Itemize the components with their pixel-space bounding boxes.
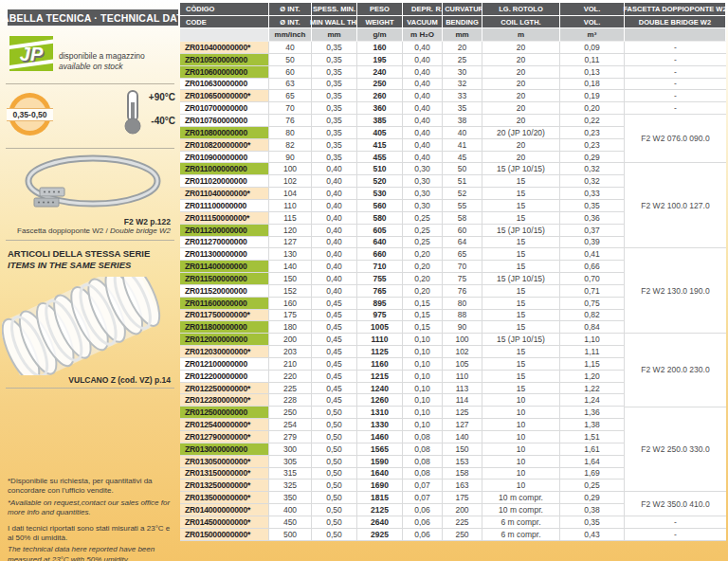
table-row: ZR010760000000760,353850,4038200,22 <box>180 115 625 127</box>
col-header-double-bridge <box>625 28 726 42</box>
clamp-image <box>11 150 169 216</box>
table-row: ZR014000000000*4000,5021250,0620010 m co… <box>180 504 625 516</box>
coil-length-value: 20 <box>482 102 560 114</box>
weight-value: 250 <box>357 79 403 90</box>
bending-value: 45 <box>443 152 482 163</box>
weight-value: 640 <box>357 237 403 248</box>
product-code: ZR015000000000* <box>180 529 269 540</box>
vacuum-value: 0,30 <box>403 175 443 187</box>
sidebar: TABELLA TECNICA · TECHNICAL DATA JP disp… <box>0 0 180 561</box>
diameter-value: 500 <box>269 529 312 540</box>
diameter-value: 160 <box>269 298 312 309</box>
wall-thickness-value: 0,35 <box>312 79 357 90</box>
col-header-weight: WEIGHT <box>357 16 403 28</box>
table-row: ZR010630000000630,352500,4032200,18 <box>180 79 625 91</box>
bending-value: 64 <box>443 237 482 248</box>
volume-value: 0,38 <box>560 504 625 516</box>
weight-value: 1690 <box>357 480 403 491</box>
diameter-value: 152 <box>269 285 312 297</box>
bending-value: 250 <box>443 529 482 540</box>
coil-length-value: 15 <box>482 188 560 199</box>
volume-value: 1,15 <box>560 358 625 370</box>
coil-length-value: 20 <box>482 79 560 90</box>
diameter-value: 305 <box>269 456 312 467</box>
bending-value: 40 <box>443 127 482 138</box>
wall-thickness-value: 0,40 <box>312 248 357 260</box>
diameter-value: 63 <box>269 79 312 90</box>
product-code: ZR013250000000* <box>180 480 269 491</box>
product-code: ZR011500000000 <box>180 273 269 284</box>
vacuum-value: 0,40 <box>403 79 443 90</box>
table-row: ZR0110200000001020,405200,3051150,32 <box>180 175 625 188</box>
product-code: ZR010500000000 <box>180 54 269 65</box>
coil-length-value: 15 <box>482 321 560 333</box>
product-code: ZR010630000000 <box>180 79 269 90</box>
vacuum-value: 0,40 <box>403 54 443 65</box>
product-code: ZR010700000000 <box>180 102 269 114</box>
vacuum-value: 0,08 <box>403 456 443 467</box>
vacuum-value: 0,10 <box>403 383 443 394</box>
double-bridge-cell: - <box>625 529 726 541</box>
vacuum-value: 0,25 <box>403 225 443 236</box>
wall-thickness-value: 0,35 <box>312 54 357 65</box>
footnote-it-2: I dati tecnici riportati sono stati misu… <box>8 524 176 544</box>
volume-value: 1,20 <box>560 371 625 382</box>
double-bridge-cell: F2 W2 100.0 127.0 <box>625 163 726 248</box>
product-code: ZR011400000000 <box>180 261 269 272</box>
bending-value: 51 <box>443 175 482 187</box>
diameter-value: 70 <box>269 102 312 114</box>
coil-length-value: 15 (JP 10/15) <box>482 163 560 174</box>
col-header-vacuum: m H₂O <box>403 28 443 42</box>
table-row: ZR0112700000001270,406400,2564150,39 <box>180 237 625 249</box>
weight-value: 1590 <box>357 456 403 467</box>
vacuum-value: 0,40 <box>403 139 443 151</box>
product-code: ZR010650000000* <box>180 90 269 101</box>
weight-value: 1215 <box>357 371 403 382</box>
table-row: ZR010900000000900,354550,4045200,29 <box>180 152 625 164</box>
diameter-value: 254 <box>269 419 312 430</box>
diameter-value: 76 <box>269 115 312 126</box>
col-header-weight: PESO <box>357 3 403 16</box>
table-row: ZR012540000000*2540,5013300,10127101,38 <box>180 419 625 431</box>
product-code: ZR014500000000* <box>180 516 269 528</box>
double-bridge-cell: F2 W2 200.0 230.0 <box>625 334 726 407</box>
table-row: ZR013050000000*3050,5015900,08153101,64 <box>180 456 625 468</box>
diameter-value: 120 <box>269 225 312 236</box>
weight-value: 195 <box>357 54 403 65</box>
table-row: ZR012250000000*2250,4512400,10113151,22 <box>180 383 625 395</box>
table-row: ZR012280000000*2280,4512600,10114101,24 <box>180 394 625 407</box>
header-row: CÒDIGOØ INT.SPESS. MIN.PESODEPR.R. CURVA… <box>180 3 726 16</box>
table-row: ZR0120000000002000,4511100,1010015 (JP 1… <box>180 334 625 346</box>
diameter-value: 203 <box>269 346 312 357</box>
weight-value: 360 <box>357 102 403 114</box>
vacuum-value: 0,40 <box>403 115 443 126</box>
bending-value: 158 <box>443 468 482 480</box>
vacuum-value: 0,06 <box>403 529 443 540</box>
col-header-wall-thickness: mm <box>312 28 357 42</box>
jp-logo: JP <box>9 36 53 71</box>
temp-min: -40°C <box>143 116 175 126</box>
coil-length-value: 10 m compr. <box>482 504 560 516</box>
vacuum-value: 0,40 <box>403 42 443 53</box>
wall-thickness-value: 0,35 <box>312 42 357 53</box>
table-row: ZR0111000000001100,405600,3055150,35 <box>180 200 625 212</box>
volume-value: 0,84 <box>560 321 625 333</box>
thickness-badge: 0,35-0,50 <box>9 93 51 136</box>
wall-thickness-value: 0,40 <box>312 261 357 272</box>
bending-value: 90 <box>443 321 482 333</box>
weight-value: 1640 <box>357 468 403 480</box>
volume-value: 0,41 <box>560 248 625 260</box>
bending-value: 153 <box>443 456 482 467</box>
product-code: ZR013500000000* <box>180 492 269 503</box>
double-bridge-cell: - <box>625 79 726 91</box>
volume-value: 1,11 <box>560 346 625 357</box>
bending-value: 100 <box>443 334 482 345</box>
product-code: ZR012540000000* <box>180 419 269 430</box>
coil-length-value: 6 m compr. <box>482 529 560 540</box>
wall-thickness-value: 0,45 <box>312 321 357 333</box>
col-header-code <box>180 28 269 42</box>
vacuum-value: 0,40 <box>403 102 443 114</box>
vacuum-value: 0,15 <box>403 298 443 309</box>
diameter-value: 250 <box>269 407 312 418</box>
weight-value: 520 <box>357 175 403 187</box>
